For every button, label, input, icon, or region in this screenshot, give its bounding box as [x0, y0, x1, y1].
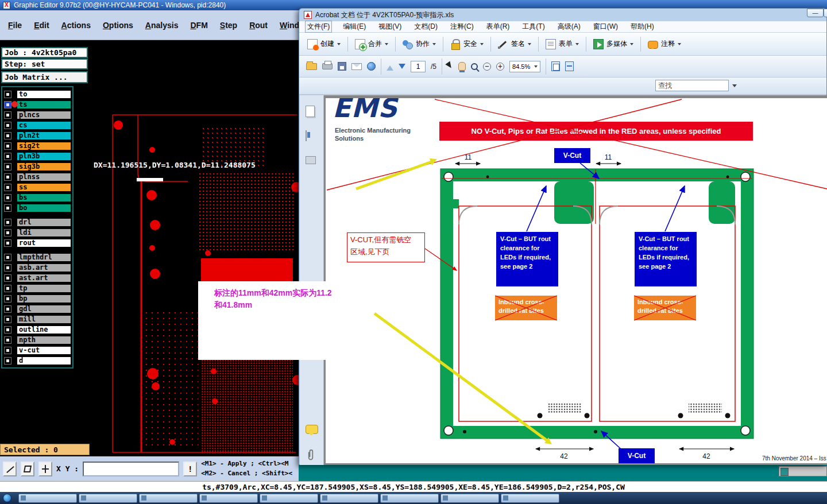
- layer-row-tp[interactable]: tp: [3, 284, 71, 293]
- menu-dfm[interactable]: DFM: [190, 21, 207, 30]
- taskbar-button[interactable]: [380, 494, 439, 503]
- bookmarks-icon[interactable]: [306, 130, 307, 141]
- acrobat-menu-7[interactable]: 工具(T): [520, 21, 546, 32]
- layer-row-plnss[interactable]: plnss: [3, 172, 71, 181]
- layer-row-lmpthdrl[interactable]: lmpthdrl: [3, 253, 71, 262]
- layer-row-ast.art[interactable]: ast.art: [3, 273, 71, 282]
- layer-visibility-checkbox[interactable]: [4, 347, 11, 354]
- layer-row-bo[interactable]: bo: [3, 203, 71, 212]
- layer-name[interactable]: bs: [17, 193, 71, 202]
- find-options-caret[interactable]: [732, 84, 737, 87]
- alert-button[interactable]: !: [183, 462, 197, 476]
- layer-row-mill[interactable]: mill: [3, 315, 71, 324]
- layer-name[interactable]: pln3b: [17, 152, 71, 161]
- layer-visibility-checkbox[interactable]: [4, 264, 11, 272]
- forms-button[interactable]: 表单: [542, 37, 582, 52]
- fit-width-icon[interactable]: [551, 61, 560, 71]
- layer-visibility-checkbox[interactable]: [4, 204, 11, 212]
- layer-name[interactable]: pln2t: [17, 131, 71, 140]
- layer-row-cs[interactable]: cs: [3, 121, 71, 130]
- layer-name[interactable]: npth: [17, 336, 71, 344]
- layer-name[interactable]: lmpthdrl: [17, 253, 71, 262]
- layer-name[interactable]: sig2t: [17, 142, 71, 150]
- acrobat-menu-10[interactable]: 帮助(H): [629, 21, 656, 32]
- menu-rout[interactable]: Rout: [249, 21, 268, 30]
- layer-row-sig2t[interactable]: sig2t: [3, 141, 71, 150]
- layer-name[interactable]: bo: [17, 204, 71, 212]
- layer-row-to[interactable]: to: [3, 90, 71, 99]
- layer-visibility-checkbox[interactable]: [4, 184, 11, 191]
- acrobat-menu-9[interactable]: 窗口(W): [592, 21, 620, 32]
- layer-visibility-checkbox[interactable]: [4, 153, 11, 160]
- attachments-icon[interactable]: [306, 449, 316, 462]
- secure-button[interactable]: 安全: [447, 37, 487, 52]
- layer-name[interactable]: bp: [17, 294, 71, 303]
- layer-row-bp[interactable]: bp: [3, 294, 71, 303]
- layer-row-pln2t[interactable]: pln2t: [3, 131, 71, 140]
- menu-actions[interactable]: Actions: [61, 21, 91, 30]
- taskbar-button[interactable]: [440, 494, 499, 503]
- multimedia-button[interactable]: 多媒体: [590, 37, 637, 52]
- sign-button[interactable]: 签名: [494, 37, 535, 52]
- layer-visibility-checkbox[interactable]: [4, 142, 11, 150]
- menu-options[interactable]: Options: [103, 21, 133, 30]
- layer-name[interactable]: v-cut: [17, 346, 71, 355]
- layer-row-npth[interactable]: npth: [3, 335, 71, 344]
- web-upload-icon[interactable]: [367, 62, 376, 71]
- acrobat-menu-1[interactable]: 文件(F): [305, 21, 332, 33]
- layer-name[interactable]: drl: [17, 218, 71, 227]
- fit-page-icon[interactable]: [565, 61, 574, 71]
- xy-coordinate-input[interactable]: [83, 462, 179, 476]
- layer-visibility-checkbox[interactable]: [4, 285, 11, 292]
- layer-visibility-checkbox[interactable]: [4, 305, 11, 313]
- hand-tool-icon[interactable]: [458, 62, 466, 71]
- acrobat-titlebar[interactable]: Acrobat 文档 位于 4V2KT05PA0-预审指示.xls — ×: [299, 9, 826, 21]
- layer-name[interactable]: asb.art: [17, 263, 71, 272]
- polygon-mode-button[interactable]: [21, 462, 34, 476]
- comment-button[interactable]: 注释: [644, 37, 685, 51]
- layer-visibility-checkbox[interactable]: [4, 173, 11, 181]
- layer-visibility-checkbox[interactable]: [4, 111, 11, 119]
- layer-name[interactable]: ts: [17, 100, 71, 109]
- grid-snap-button[interactable]: [38, 462, 52, 476]
- acrobat-menu-4[interactable]: 文档(D): [412, 21, 439, 32]
- layer-name[interactable]: ldi: [17, 228, 71, 237]
- layer-name[interactable]: tp: [17, 284, 71, 293]
- layer-row-gdl[interactable]: gdl: [3, 304, 71, 313]
- layer-visibility-checkbox[interactable]: [4, 132, 11, 139]
- layer-visibility-checkbox[interactable]: [4, 91, 11, 98]
- layer-row-drl[interactable]: drl: [3, 218, 71, 227]
- print-icon[interactable]: [322, 63, 333, 69]
- page-thumbnails-icon[interactable]: [306, 106, 315, 117]
- layer-visibility-checkbox[interactable]: [4, 336, 11, 344]
- layer-visibility-checkbox[interactable]: [4, 326, 11, 334]
- layer-row-d[interactable]: d: [3, 356, 71, 365]
- horizontal-scrollbar[interactable]: [779, 466, 827, 476]
- menu-edit[interactable]: Edit: [34, 21, 49, 30]
- open-icon[interactable]: [306, 63, 317, 70]
- taskbar-button[interactable]: [501, 494, 559, 503]
- combine-button[interactable]: 合并: [351, 37, 392, 52]
- layer-row-ldi[interactable]: ldi: [3, 228, 71, 237]
- layer-row-v-cut[interactable]: v-cut: [3, 346, 71, 355]
- find-input[interactable]: [658, 82, 726, 90]
- taskbar-button[interactable]: [260, 494, 318, 503]
- layer-visibility-checkbox[interactable]: [4, 219, 11, 226]
- next-page-icon[interactable]: [399, 64, 405, 72]
- taskbar-button[interactable]: [199, 494, 258, 503]
- zoom-in-icon[interactable]: +: [496, 63, 504, 71]
- start-button[interactable]: [3, 494, 11, 502]
- layer-name[interactable]: plncs: [17, 111, 71, 119]
- layer-visibility-checkbox[interactable]: [4, 194, 11, 201]
- layer-name[interactable]: to: [17, 90, 71, 99]
- layer-row-plncs[interactable]: plncs: [3, 110, 71, 119]
- save-icon[interactable]: [338, 62, 346, 71]
- comments-icon[interactable]: [306, 425, 318, 434]
- layer-visibility-checkbox[interactable]: [4, 122, 11, 129]
- select-tool-icon[interactable]: [445, 61, 455, 72]
- taskbar-button[interactable]: [18, 494, 77, 503]
- layer-visibility-checkbox[interactable]: [4, 357, 11, 365]
- acrobat-menu-6[interactable]: 表单(R): [485, 21, 512, 32]
- layer-visibility-checkbox[interactable]: [4, 295, 11, 303]
- layer-row-pln3b[interactable]: pln3b: [3, 152, 71, 161]
